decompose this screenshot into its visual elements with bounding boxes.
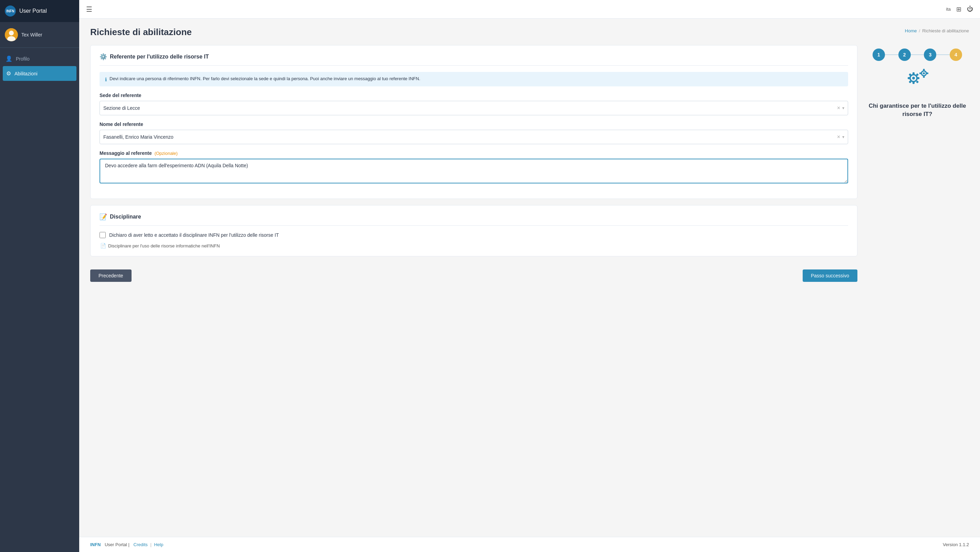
svg-rect-7 bbox=[908, 77, 910, 79]
nome-select[interactable]: Fasanelli, Enrico Maria Vincenzo bbox=[103, 134, 837, 140]
card-title-disciplinare: Disciplinare bbox=[110, 214, 141, 220]
step-2: 2 bbox=[898, 49, 911, 61]
infn-logo: INFN bbox=[5, 5, 16, 16]
disciplinare-card: 📝 Disciplinare Dichiaro di aver letto e … bbox=[90, 205, 858, 256]
sidebar-nav: 👤 Profilo ⚙ Abilitazioni bbox=[0, 48, 79, 552]
nome-label: Nome del referente bbox=[100, 122, 848, 127]
topbar-left: ☰ bbox=[86, 5, 92, 13]
sidebar-item-abilitazioni[interactable]: ⚙ Abilitazioni bbox=[3, 66, 76, 81]
card-title-referente: Referente per l'utilizzo delle risorse I… bbox=[110, 54, 209, 60]
checkbox-row: Dichiaro di aver letto e accettato il di… bbox=[100, 232, 848, 238]
card-header-referente: ⚙️ Referente per l'utilizzo delle risors… bbox=[100, 53, 848, 66]
page-header: Richieste di abilitazione Home / Richies… bbox=[90, 27, 969, 38]
sidebar-user: Tex Willer bbox=[0, 22, 79, 48]
svg-rect-15 bbox=[923, 69, 925, 71]
step-3: 3 bbox=[924, 49, 936, 61]
messaggio-optional: (Opzionale) bbox=[154, 151, 178, 156]
sede-clear-icon[interactable]: × bbox=[837, 105, 840, 111]
document-icon: 📄 bbox=[100, 243, 106, 249]
sidebar-item-profilo[interactable]: 👤 Profilo bbox=[0, 51, 79, 66]
language-selector[interactable]: ita bbox=[946, 6, 951, 12]
sidebar-header: INFN User Portal bbox=[0, 0, 79, 22]
power-icon[interactable]: ⏻ bbox=[967, 5, 973, 13]
footer-brand: INFN bbox=[90, 542, 100, 547]
svg-rect-16 bbox=[923, 76, 925, 78]
steps-indicator: 1 2 3 4 bbox=[873, 49, 962, 61]
successivo-button[interactable]: Passo successivo bbox=[803, 270, 858, 282]
checkbox-label: Dichiaro di aver letto e accettato il di… bbox=[109, 232, 279, 238]
messaggio-group: Messaggio al referente (Opzionale) Devo … bbox=[100, 151, 848, 185]
settings-icon: ⚙️ bbox=[100, 53, 107, 60]
step-line-3 bbox=[936, 54, 950, 55]
footer-portal-text bbox=[102, 542, 103, 547]
step-1: 1 bbox=[873, 49, 885, 61]
sidebar-item-label: Profilo bbox=[16, 56, 30, 62]
grid-icon[interactable]: ⊞ bbox=[956, 5, 961, 13]
footer-version: Version 1.1.2 bbox=[943, 542, 969, 547]
columns-wrapper: ⚙️ Referente per l'utilizzo delle risors… bbox=[90, 45, 969, 537]
breadcrumb-current: Richieste di abilitazione bbox=[922, 28, 969, 33]
credits-link[interactable]: Credits bbox=[134, 542, 148, 547]
sede-select[interactable]: Sezione di Lecce bbox=[103, 105, 837, 111]
svg-rect-8 bbox=[917, 77, 920, 79]
sidebar: INFN User Portal Tex Willer 👤 Profilo ⚙ … bbox=[0, 0, 79, 552]
sede-arrow-icon: ▾ bbox=[842, 106, 844, 111]
step-line-1 bbox=[885, 54, 898, 55]
topbar-right: ita ⊞ ⏻ bbox=[946, 5, 973, 13]
page-content: Richieste di abilitazione Home / Richies… bbox=[79, 19, 980, 537]
nome-select-wrapper[interactable]: Fasanelli, Enrico Maria Vincenzo × ▾ bbox=[100, 130, 848, 144]
nome-group: Nome del referente Fasanelli, Enrico Mar… bbox=[100, 122, 848, 144]
doc-link[interactable]: 📄 Disciplinare per l'uso delle risorse i… bbox=[100, 243, 848, 249]
sede-select-wrapper[interactable]: Sezione di Lecce × ▾ bbox=[100, 101, 848, 115]
steps-description: Chi garantisce per te l'utilizzo delle r… bbox=[865, 102, 969, 118]
sede-group: Sede del referente Sezione di Lecce × ▾ bbox=[100, 93, 848, 115]
abilitazioni-icon: ⚙ bbox=[6, 70, 11, 77]
nome-clear-icon[interactable]: × bbox=[837, 134, 840, 140]
sidebar-title: User Portal bbox=[19, 8, 47, 14]
info-box: ℹ Devi indicare una persona di riferimen… bbox=[100, 72, 848, 86]
main-area: ☰ ita ⊞ ⏻ Richieste di abilitazione Home… bbox=[79, 0, 980, 552]
avatar bbox=[5, 28, 18, 41]
breadcrumb-separator: / bbox=[919, 28, 920, 33]
topbar: ☰ ita ⊞ ⏻ bbox=[79, 0, 980, 19]
disciplinare-icon: 📝 bbox=[100, 213, 107, 220]
footer: INFN User Portal | Credits | Help Versio… bbox=[79, 537, 980, 552]
footer-left: INFN User Portal | Credits | Help bbox=[90, 542, 163, 547]
sidebar-item-label: Abilitazioni bbox=[14, 71, 38, 76]
form-column: ⚙️ Referente per l'utilizzo delle risors… bbox=[90, 45, 858, 537]
breadcrumb: Home / Richieste di abilitazione bbox=[905, 28, 969, 33]
step-4: 4 bbox=[950, 49, 962, 61]
messaggio-textarea[interactable]: Devo accedere alla farm dell'esperimento… bbox=[100, 159, 848, 183]
steps-column: 1 2 3 4 bbox=[865, 45, 969, 537]
info-icon: ℹ bbox=[105, 77, 107, 82]
info-text: Devi indicare una persona di riferimento… bbox=[110, 76, 420, 81]
footer-portal-label: User Portal | bbox=[105, 542, 129, 547]
hamburger-icon[interactable]: ☰ bbox=[86, 5, 92, 13]
breadcrumb-home[interactable]: Home bbox=[905, 28, 917, 33]
card-header-disciplinare: 📝 Disciplinare bbox=[100, 213, 848, 226]
page-title: Richieste di abilitazione bbox=[90, 27, 192, 38]
steps-icon bbox=[905, 68, 929, 92]
svg-point-14 bbox=[923, 72, 925, 75]
nome-arrow-icon: ▾ bbox=[842, 135, 844, 140]
doc-label: Disciplinare per l'uso delle risorse inf… bbox=[108, 243, 220, 249]
btn-row: Precedente Passo successivo bbox=[90, 270, 858, 282]
referente-card: ⚙️ Referente per l'utilizzo delle risors… bbox=[90, 45, 858, 199]
svg-point-1 bbox=[9, 31, 14, 35]
sede-label: Sede del referente bbox=[100, 93, 848, 98]
svg-rect-6 bbox=[913, 82, 915, 84]
footer-sep: | bbox=[149, 542, 153, 547]
precedente-button[interactable]: Precedente bbox=[90, 270, 132, 282]
svg-rect-5 bbox=[913, 72, 915, 75]
step-line-2 bbox=[911, 54, 924, 55]
svg-rect-18 bbox=[927, 73, 928, 75]
svg-point-4 bbox=[912, 77, 915, 79]
disciplinare-checkbox[interactable] bbox=[100, 232, 106, 238]
svg-rect-17 bbox=[920, 73, 921, 75]
help-link[interactable]: Help bbox=[154, 542, 163, 547]
messaggio-label: Messaggio al referente (Opzionale) bbox=[100, 151, 848, 156]
user-name: Tex Willer bbox=[21, 32, 42, 38]
footer-space bbox=[131, 542, 132, 547]
profilo-icon: 👤 bbox=[5, 56, 13, 62]
